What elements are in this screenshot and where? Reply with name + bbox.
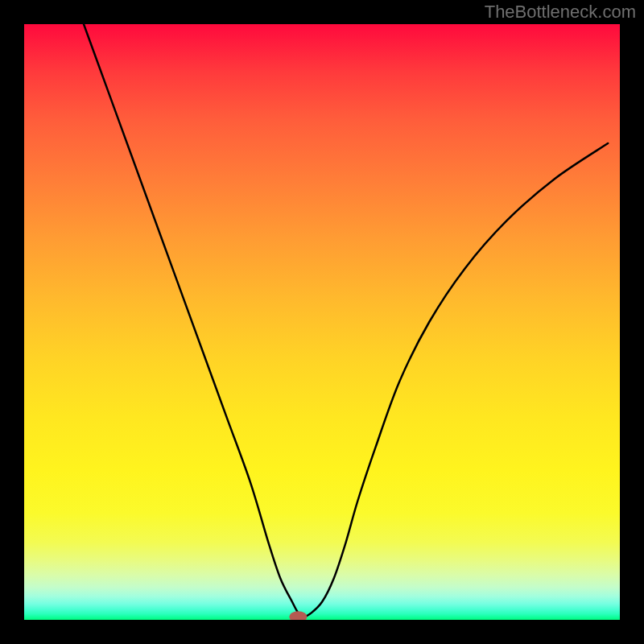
- plot-area: [24, 24, 620, 620]
- curve-layer: [24, 24, 620, 620]
- chart-frame: TheBottleneck.com: [0, 0, 644, 644]
- minimum-marker: [289, 611, 307, 620]
- watermark-text: TheBottleneck.com: [485, 2, 636, 23]
- bottleneck-curve: [84, 24, 608, 617]
